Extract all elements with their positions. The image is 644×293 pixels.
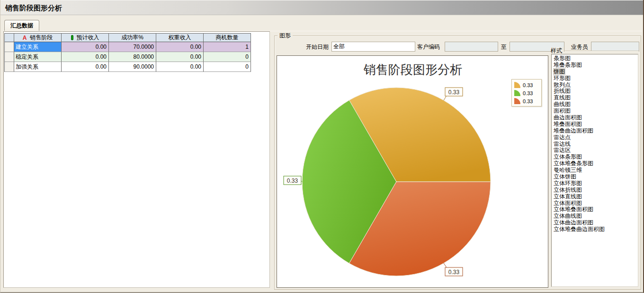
salesman-input <box>591 42 639 52</box>
customer-code-label: 客户编码 <box>417 42 440 52</box>
table-row: 建立关系0.0070.00000.001 <box>5 42 251 52</box>
legend-label: 0.33 <box>523 98 533 104</box>
table-row: 加强关系0.0090.00000.000 <box>5 62 251 72</box>
legend-swatch-icon <box>514 98 520 104</box>
legend-item: 0.33 <box>514 97 541 105</box>
column-header-label: 权重收入 <box>169 34 191 42</box>
table-cell[interactable]: 加强关系 <box>14 62 62 72</box>
style-option[interactable]: 立体堆叠面积图 <box>553 206 638 213</box>
to-label: 至 <box>501 42 507 52</box>
pie-chart-area: 销售阶段图形分析 0.33 0.33 0.33 0.330.330.33 <box>277 55 548 288</box>
row-indicator[interactable] <box>5 62 14 72</box>
pie-chart-svg: 销售阶段图形分析 0.33 0.33 0.33 <box>277 56 548 287</box>
style-option[interactable]: 立体曲边面积图 <box>553 220 638 226</box>
row-indicator[interactable] <box>5 52 14 62</box>
table-cell[interactable]: 稳定关系 <box>14 52 62 62</box>
svg-text:0.33: 0.33 <box>287 178 298 184</box>
column-header-label: 预计收入 <box>77 34 99 42</box>
table-cell[interactable]: 0.00 <box>156 42 204 52</box>
style-groupbox-label: 样式 <box>551 47 564 54</box>
graph-groupbox-label: 图形 <box>277 32 293 39</box>
style-option[interactable]: 立体堆叠曲边面积图 <box>553 226 638 233</box>
column-header[interactable]: 预计收入 <box>62 34 109 42</box>
style-option[interactable]: 立体条形图 <box>553 154 638 160</box>
row-indicator-header <box>5 34 14 42</box>
start-date-label: 开始日期 <box>306 42 329 52</box>
app-window: 销售阶段图形分析 汇总数据 A销售阶段预计收入成功率%权重收入商机数量 建立关系… <box>0 0 644 293</box>
letter-a-icon: A <box>23 36 27 40</box>
row-indicator[interactable] <box>5 42 14 52</box>
style-option[interactable]: 堆叠曲边面积图 <box>553 128 638 134</box>
pie-callout-3: 0.33 <box>444 263 463 276</box>
style-option[interactable]: 堆叠面积图 <box>553 121 638 128</box>
style-option[interactable]: 曲边面积图 <box>553 115 638 121</box>
style-groupbox-line <box>565 51 639 52</box>
style-option[interactable]: 立体曲线图 <box>553 213 638 220</box>
table-cell[interactable]: 0.00 <box>156 62 204 72</box>
style-option[interactable]: 立体堆叠条形图 <box>553 160 638 167</box>
customer-code-input <box>445 42 498 52</box>
column-header-label: 成功率% <box>121 34 143 42</box>
start-date-input[interactable] <box>331 42 415 52</box>
table-cell[interactable]: 1 <box>204 42 251 52</box>
style-option[interactable]: 折线图 <box>553 88 638 95</box>
table-cell[interactable]: 0.00 <box>156 52 204 62</box>
style-option[interactable]: 条形图 <box>553 55 638 62</box>
column-header[interactable]: A销售阶段 <box>14 34 62 42</box>
style-option[interactable]: 曼哈顿三维 <box>553 167 638 174</box>
style-option[interactable]: 雷达区 <box>553 147 638 154</box>
style-option[interactable]: 雷达线 <box>553 141 638 148</box>
style-option[interactable]: 雷达点 <box>553 134 638 141</box>
table-header-row: A销售阶段预计收入成功率%权重收入商机数量 <box>5 34 251 42</box>
window-title: 销售阶段图形分析 <box>0 0 643 15</box>
pie-callout-1: 0.33 <box>444 88 463 100</box>
table-cell[interactable]: 建立关系 <box>14 42 62 52</box>
column-header-label: 销售阶段 <box>30 34 53 42</box>
style-listbox[interactable]: 条形图堆叠条形图饼图环形图散列点折线图直线图曲线图面积图曲边面积图堆叠面积图堆叠… <box>551 54 638 287</box>
summary-table: A销售阶段预计收入成功率%权重收入商机数量 建立关系0.0070.00000.0… <box>4 33 251 72</box>
table-cell[interactable]: 70.0000 <box>109 42 156 52</box>
column-header-label: 商机数量 <box>216 34 239 42</box>
style-option[interactable]: 立体折线图 <box>553 187 638 194</box>
table-cell[interactable]: 0.00 <box>62 62 109 72</box>
legend-swatch-icon <box>514 90 520 96</box>
style-option[interactable]: 堆叠条形图 <box>553 62 638 69</box>
style-option[interactable]: 立体直线图 <box>553 194 638 200</box>
chart-title: 销售阶段图形分析 <box>363 62 462 77</box>
style-option[interactable]: 散列点 <box>553 82 638 89</box>
table-cell[interactable]: 90.0000 <box>109 62 156 72</box>
pie-callout-2: 0.33 <box>284 176 302 185</box>
style-option[interactable]: 饼图 <box>553 69 638 75</box>
style-option[interactable]: 曲线图 <box>553 101 638 108</box>
legend-swatch-icon <box>514 82 520 88</box>
table-cell[interactable]: 0 <box>204 62 251 72</box>
table-cell[interactable]: 0.00 <box>62 52 109 62</box>
style-option[interactable]: 立体面积图 <box>553 200 638 207</box>
table-cell[interactable]: 0.00 <box>62 42 109 52</box>
green-bar-icon <box>71 35 73 40</box>
style-option[interactable]: 面积图 <box>553 108 638 115</box>
column-header[interactable]: 权重收入 <box>156 34 204 42</box>
legend-label: 0.33 <box>523 90 533 96</box>
table-cell[interactable]: 0 <box>204 52 251 62</box>
chart-legend: 0.330.330.33 <box>511 79 542 107</box>
table-cell[interactable]: 80.0000 <box>109 52 156 62</box>
tab-summary-data[interactable]: 汇总数据 <box>4 20 39 31</box>
style-option[interactable]: 环形图 <box>553 75 638 82</box>
style-option[interactable]: 立体环形图 <box>553 180 638 187</box>
table-body: 建立关系0.0070.00000.001稳定关系0.0080.00000.000… <box>5 42 251 72</box>
svg-text:0.33: 0.33 <box>448 269 460 275</box>
legend-item: 0.33 <box>514 89 541 97</box>
legend-item: 0.33 <box>514 81 541 89</box>
column-header[interactable]: 成功率% <box>109 34 156 42</box>
legend-label: 0.33 <box>523 82 533 88</box>
summary-panel: A销售阶段预计收入成功率%权重收入商机数量 建立关系0.0070.00000.0… <box>3 31 270 288</box>
column-header[interactable]: 商机数量 <box>204 34 251 42</box>
svg-text:0.33: 0.33 <box>448 89 460 96</box>
style-option[interactable]: 立体饼图 <box>553 174 638 180</box>
style-option[interactable]: 直线图 <box>553 95 638 101</box>
table-row: 稳定关系0.0080.00000.000 <box>5 52 251 62</box>
